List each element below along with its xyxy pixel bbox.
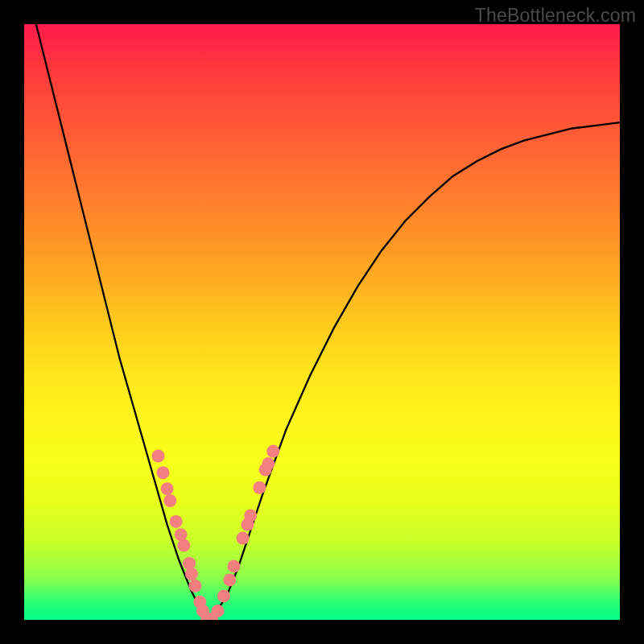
- curve-marker: [163, 494, 176, 507]
- curve-marker: [188, 580, 201, 592]
- curve-marker: [244, 510, 257, 522]
- curve-marker: [266, 445, 279, 458]
- plot-area: [24, 24, 620, 620]
- bottleneck-curve: [36, 24, 620, 620]
- curve-marker: [205, 613, 218, 620]
- curve-marker: [212, 605, 225, 617]
- curve-marker: [253, 481, 266, 494]
- curve-marker: [152, 450, 165, 463]
- chart-overlay: [24, 24, 620, 620]
- curve-marker: [193, 596, 206, 609]
- curve-marker: [161, 482, 174, 495]
- watermark-text: TheBottleneck.com: [475, 5, 636, 27]
- curve-marker: [223, 573, 236, 586]
- curve-marker: [183, 557, 196, 570]
- curve-marker: [170, 515, 183, 528]
- curve-marker: [259, 464, 272, 477]
- curve-marker: [227, 559, 240, 572]
- curve-marker: [217, 589, 230, 602]
- chart-container: TheBottleneck.com: [0, 0, 644, 644]
- curve-marker: [185, 568, 198, 580]
- curve-marker: [242, 518, 254, 531]
- curve-marker: [237, 532, 250, 545]
- curve-marker: [156, 466, 169, 479]
- curve-marker: [196, 605, 209, 617]
- curve-marker: [262, 457, 275, 470]
- curve-marker: [175, 528, 188, 541]
- curve-marker: [200, 613, 213, 620]
- curve-markers: [152, 445, 280, 620]
- curve-marker: [177, 539, 190, 552]
